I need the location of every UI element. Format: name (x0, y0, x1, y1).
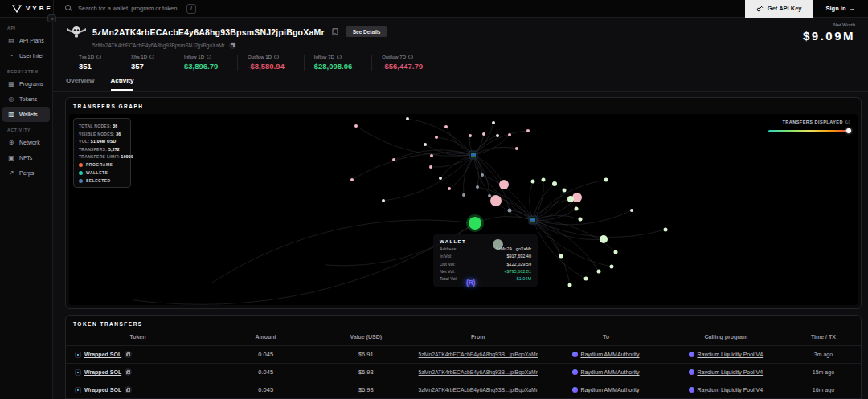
sign-in-button[interactable]: Sign in → (813, 5, 868, 12)
to-link[interactable]: Raydium AMMAuthority (580, 387, 639, 393)
graph-node[interactable] (552, 181, 557, 186)
graph-node[interactable] (531, 180, 535, 184)
graph-node[interactable] (488, 194, 491, 197)
graph-edge (133, 223, 475, 304)
hub-token-node[interactable] (529, 216, 537, 224)
graph-node[interactable] (392, 158, 395, 161)
info-icon[interactable] (337, 55, 342, 59)
graph-node[interactable] (515, 147, 518, 150)
token-link[interactable]: Wrapped SOL (84, 352, 121, 357)
hovered-wallet-node[interactable] (493, 239, 503, 250)
cell-amount: 0.045 (210, 368, 321, 376)
graph-node[interactable] (542, 178, 546, 182)
info-icon[interactable] (96, 55, 101, 59)
see-details-button[interactable]: See Details (346, 26, 388, 37)
selected-wallet-node[interactable] (469, 217, 481, 230)
stats-row: Txs 1D351Xfrs 1D357Inflow 1D$3,896.79Out… (66, 55, 855, 71)
graph-node[interactable] (508, 133, 511, 136)
graph-node[interactable] (630, 209, 633, 212)
graph-node[interactable] (406, 117, 409, 120)
graph-node[interactable] (499, 180, 509, 189)
graph-node[interactable] (604, 178, 608, 182)
tooltip-value: $917,692.40 (506, 254, 531, 259)
graph-node[interactable] (664, 228, 668, 232)
graph-node[interactable] (559, 254, 563, 259)
copy-token-button[interactable] (125, 386, 132, 393)
graph-node[interactable] (469, 134, 472, 137)
graph-node[interactable] (597, 270, 601, 274)
info-icon[interactable] (408, 55, 413, 59)
calling-program-link[interactable]: Raydium Liquidity Pool V4 (697, 387, 763, 393)
slider-knob[interactable] (846, 128, 851, 133)
graph-node[interactable] (476, 185, 479, 189)
copy-token-button[interactable] (125, 368, 132, 376)
tab-activity[interactable]: Activity (111, 77, 134, 91)
sidebar-collapse-button[interactable]: ‹› (47, 14, 56, 22)
sidebar-item-perps[interactable]: ↗Perps (2, 165, 50, 181)
copy-token-button[interactable] (125, 351, 132, 358)
graph-node[interactable] (614, 250, 618, 254)
sidebar-item-programs[interactable]: ▦Programs (2, 76, 50, 92)
copy-address-button[interactable] (229, 42, 236, 49)
from-address-link[interactable]: 5zMn2ATK4rbECAcbE4y6A8hg93B...jpiBgoXaMr (419, 387, 538, 393)
info-icon[interactable] (149, 55, 154, 59)
to-link[interactable]: Raydium AMMAuthority (580, 352, 639, 357)
graph-node[interactable] (490, 195, 502, 206)
graph-node[interactable] (481, 173, 484, 177)
transfers-displayed-control: TRANSFERS DISPLAYED (768, 120, 850, 132)
tab-overview[interactable]: Overview (66, 77, 95, 91)
calling-program-link[interactable]: Raydium Liquidity Pool V4 (697, 352, 763, 357)
info-icon[interactable] (274, 55, 279, 59)
graph-node[interactable] (382, 199, 385, 202)
graph-node[interactable] (579, 218, 583, 222)
token-link[interactable]: Wrapped SOL (84, 387, 121, 393)
vybe-logo-icon (12, 5, 22, 13)
to-link[interactable]: Raydium AMMAuthority (580, 369, 639, 375)
transfers-graph-canvas[interactable]: TOTAL NODES: 36VISIBLE NODES: 36VOL: $1.… (69, 114, 858, 305)
graph-node[interactable] (430, 154, 433, 157)
sidebar-item-tokens[interactable]: ◎Tokens (2, 92, 50, 107)
graph-node[interactable] (350, 178, 354, 181)
graph-node[interactable] (448, 187, 451, 190)
graph-node[interactable] (435, 136, 438, 139)
graph-node[interactable] (354, 124, 358, 128)
vybe-logo[interactable]: VYBE (0, 5, 53, 13)
transfers-displayed-slider[interactable] (768, 130, 850, 132)
search-input[interactable] (78, 5, 181, 12)
get-api-key-button[interactable]: Get API Key (745, 0, 813, 18)
graph-node[interactable] (492, 121, 495, 124)
sidebar-item-api-plans[interactable]: ▤API Plans (2, 33, 50, 48)
graph-node[interactable] (526, 129, 530, 132)
graph-node[interactable] (568, 283, 572, 287)
from-address-link[interactable]: 5zMn2ATK4rbECAcbE4y6A8hg93B...jpiBgoXaMr (419, 369, 538, 375)
graph-node[interactable] (424, 143, 427, 146)
graph-node[interactable] (444, 125, 448, 128)
graph-node[interactable] (496, 134, 499, 137)
graph-node[interactable] (572, 193, 582, 202)
sidebar-item-user-intel[interactable]: ◔User Intel (2, 48, 50, 63)
info-icon[interactable] (207, 55, 211, 59)
graph-node[interactable] (610, 265, 614, 269)
sidebar-item-label: User Intel (19, 53, 43, 59)
graph-node[interactable] (584, 277, 588, 281)
token-link[interactable]: Wrapped SOL (84, 369, 121, 375)
sidebar-item-wallets[interactable]: ▥Wallets (2, 107, 50, 122)
hub-token-node[interactable] (469, 151, 477, 159)
graph-node[interactable] (439, 177, 442, 180)
graph-legend: TOTAL NODES: 36VISIBLE NODES: 36VOL: $1.… (73, 118, 131, 188)
from-address-link[interactable]: 5zMn2ATK4rbECAcbE4y6A8hg93B...jpiBgoXaMr (419, 352, 538, 357)
bookmark-button[interactable] (330, 28, 340, 36)
graph-node[interactable] (563, 189, 567, 193)
graph-node[interactable] (567, 196, 574, 202)
search-bar[interactable]: / (54, 4, 745, 14)
calling-program-link[interactable]: Raydium Liquidity Pool V4 (697, 369, 763, 375)
graph-node[interactable] (429, 165, 432, 169)
graph-node[interactable] (600, 235, 608, 243)
graph-node[interactable] (462, 193, 465, 197)
sidebar-item-network[interactable]: ⊕Network (2, 135, 50, 150)
info-icon[interactable] (845, 120, 850, 124)
graph-node[interactable] (575, 207, 579, 211)
graph-node[interactable] (508, 209, 512, 213)
sidebar-item-nfts[interactable]: ▣NFTs (2, 150, 50, 165)
graph-node[interactable] (482, 132, 485, 136)
